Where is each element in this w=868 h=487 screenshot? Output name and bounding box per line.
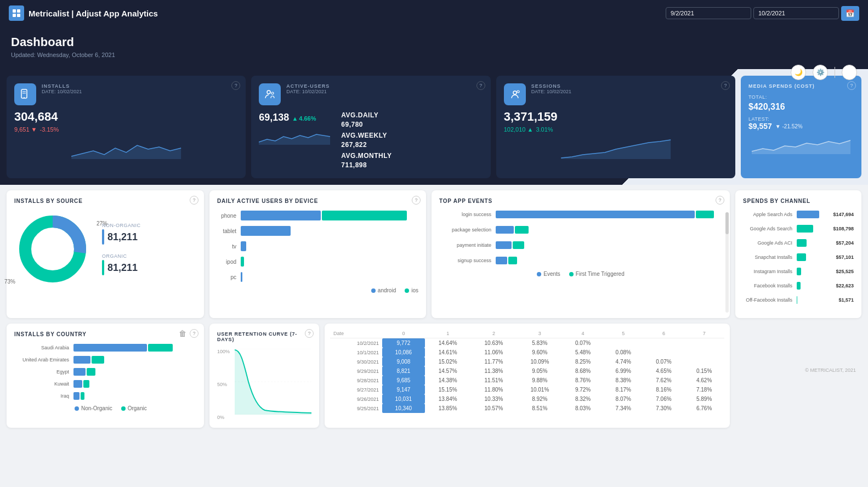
channel-bar-apple (797, 211, 826, 218)
snapchat-bar (797, 253, 806, 261)
country-name-uae: United Arab Emirates (14, 357, 69, 363)
svg-point-7 (24, 97, 25, 98)
media-total-value: $420,316 (748, 102, 854, 112)
non-organic-label: NON-ORGANIC (102, 223, 141, 228)
svg-point-12 (513, 91, 517, 94)
retention-table-panel: Date 0 1 2 3 4 5 6 7 10/2/20219,77214.64… (325, 324, 730, 428)
uae-bar-green (92, 356, 104, 364)
installs-icon (14, 83, 36, 105)
daily-active-help[interactable]: ? (412, 196, 421, 205)
active-users-value: 69,138 4.66% (259, 112, 330, 123)
media-latest-label: LATEST: (748, 116, 854, 122)
installs-help-icon[interactable]: ? (231, 81, 240, 90)
channel-google-aci: Google Ads ACI $57,204 (743, 239, 854, 247)
signup-events-bar (496, 257, 507, 264)
payment-ftt-bar (513, 241, 524, 249)
kuwait-bar-green (83, 380, 89, 388)
event-login-success: login success (439, 211, 722, 218)
device-name-tablet: tablet (217, 228, 236, 234)
country-help[interactable]: ? (190, 329, 198, 338)
channel-name-facebook: Facebook Installs (743, 283, 792, 288)
uae-bar-blue (73, 356, 90, 364)
media-spends-card: ? MEDIA SPENDS (COST) TOTAL: $420,316 LA… (741, 76, 861, 178)
installs-date: DATE: 10/02/2021 (42, 89, 238, 94)
table-row: 9/26/202110,03113.84%10.33%8.92%8.32%8.0… (330, 394, 724, 404)
country-bars-iraq (73, 392, 196, 400)
active-users-help-icon[interactable]: ? (476, 81, 485, 90)
event-name-package: package selection (439, 227, 491, 233)
pc-android-bar (241, 272, 242, 282)
sessions-help-icon[interactable]: ? (721, 81, 730, 90)
avg-daily-label: AVG.DAILY (341, 111, 378, 119)
events-dot (537, 272, 541, 276)
installs-label: INSTALLS (42, 83, 238, 89)
gear-icon[interactable]: ⚙️ (813, 65, 828, 80)
date-start-input[interactable] (666, 7, 751, 19)
country-legend: Non-Organic Organic (75, 405, 196, 411)
channel-value-snapchat: $57,101 (836, 254, 854, 260)
ftt-dot (569, 272, 574, 276)
country-uae: United Arab Emirates (14, 356, 196, 364)
country-bars-egypt (73, 368, 196, 376)
scrollbar-thumb (725, 212, 729, 234)
channel-value-off-facebook: $1,571 (838, 297, 854, 303)
svg-rect-3 (17, 14, 20, 17)
event-name-signup: signup success (439, 258, 491, 263)
bottom-row: ? 🗑 INSTALLS BY COUNTRY Saudi Arabia Uni… (0, 324, 868, 433)
media-total-label: TOTAL: (748, 94, 854, 100)
table-row: 9/28/20219,68514.38%11.51%9.88%8.76%8.38… (330, 376, 724, 385)
active-users-avg: AVG.DAILY 69,780 AVG.WEEKLY 267,822 AVG.… (341, 110, 392, 171)
tv-android-bar (241, 241, 246, 251)
retention-help[interactable]: ? (305, 329, 314, 338)
y-label-50: 50% (217, 382, 234, 387)
installs-change-pct: -3.15% (40, 126, 59, 133)
spends-title: SPENDS BY CHANNEL (743, 198, 854, 204)
top-events-help[interactable]: ? (716, 196, 724, 205)
calendar-button[interactable]: 📅 (841, 6, 859, 21)
event-name-login: login success (439, 212, 491, 217)
event-bars-signup (496, 257, 722, 264)
daily-active-title: DAILY ACTIVE USERS BY DEVICE (217, 198, 418, 204)
device-name-tv: tv (217, 244, 236, 250)
channel-name-instagram: Instagram Installs (743, 269, 792, 274)
device-row-pc: pc (217, 272, 418, 282)
off-facebook-bar (797, 296, 797, 304)
event-bars-login (496, 211, 722, 218)
tablet-android-bar (241, 226, 291, 236)
svg-point-9 (267, 90, 270, 94)
channel-name-google-aci: Google Ads ACI (743, 240, 792, 246)
country-saudi-arabia: Saudi Arabia (14, 344, 196, 352)
channel-apple: Apple Search Ads $147,694 (743, 211, 854, 218)
country-bars-kuwait (73, 380, 196, 388)
non-organic-bar (102, 229, 104, 245)
svg-point-10 (271, 92, 274, 94)
payment-events-bar (496, 241, 512, 249)
tablet-bars (241, 226, 418, 236)
sessions-date: DATE: 10/02/2021 (531, 89, 728, 94)
media-spends-label: MEDIA SPENDS (COST) (748, 83, 854, 89)
active-users-label: ACTIVE-USERS (286, 83, 483, 89)
country-name-kuwait: Kuwait (14, 381, 69, 387)
delete-icon[interactable]: 🗑 (179, 329, 186, 338)
scrollbar[interactable] (725, 212, 729, 313)
svg-rect-2 (13, 14, 16, 17)
channel-value-google-aci: $57,204 (836, 240, 854, 246)
arrow-right-icon[interactable]: → (842, 65, 857, 80)
organic-value: 81,211 (107, 262, 138, 274)
dashboard-header: Dashboard Updated: Wednesday, October 6,… (0, 26, 868, 69)
date-end-input[interactable] (753, 7, 839, 19)
login-ftt-bar (696, 211, 714, 218)
phone-ios-bar (322, 211, 407, 220)
event-payment-initiate: payment initiate (439, 241, 722, 249)
installs-source-help[interactable]: ? (190, 196, 198, 205)
moon-icon[interactable]: 🌙 (791, 65, 806, 80)
table-row: 9/30/20219,00815.02%11.77%10.09%8.25%4.7… (330, 357, 724, 366)
sessions-change-value: 102,010 (504, 126, 526, 133)
events-legend: Events First Time Triggered (439, 271, 722, 277)
installs-by-source-panel: ? INSTALLS BY SOURCE 73% 27% NON-ORGANIC… (7, 190, 204, 318)
google-aci-bar (797, 239, 807, 247)
media-spends-help-icon[interactable]: ? (847, 81, 856, 90)
device-legend: android ios (217, 287, 418, 293)
events-legend-events: Events (537, 271, 560, 277)
organic-bar (102, 260, 104, 275)
